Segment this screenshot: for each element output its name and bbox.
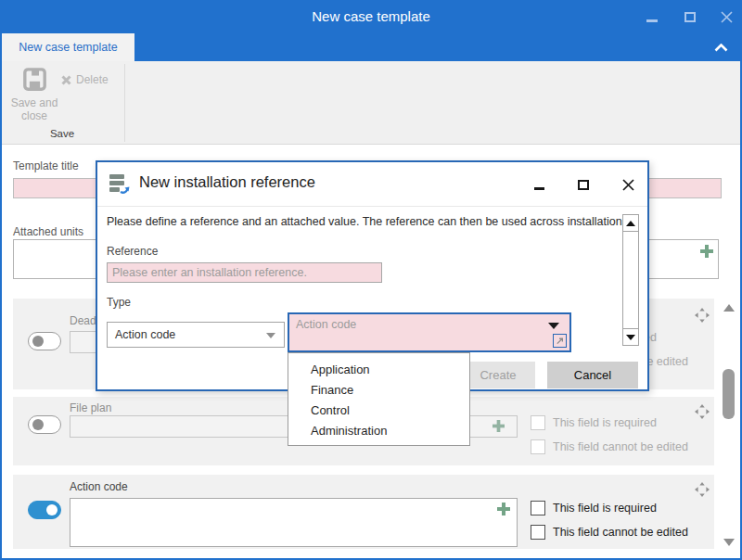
- minimize-button[interactable]: [638, 5, 666, 29]
- delete-x-icon: [61, 75, 71, 85]
- template-title-label: Template title: [13, 159, 79, 172]
- chevron-down-icon: [548, 323, 559, 329]
- reference-input[interactable]: [107, 262, 382, 283]
- move-icon: [695, 482, 710, 497]
- move-icon: [695, 404, 710, 419]
- type-options-popup: Application Finance Control Administrati…: [288, 352, 470, 446]
- scroll-down-icon[interactable]: [723, 539, 735, 546]
- cancel-button-label: Cancel: [574, 368, 611, 382]
- scroll-down-icon: [626, 335, 635, 340]
- ribbon-collapse-button[interactable]: [709, 37, 733, 57]
- attached-units-label: Attached units: [13, 225, 83, 238]
- dialog-title: New installation reference: [139, 173, 315, 191]
- type-category-value: Action code: [115, 323, 175, 347]
- type-label: Type: [107, 296, 131, 309]
- dialog-separator: [97, 206, 647, 207]
- maximize-icon: [684, 12, 696, 22]
- dialog-scroll-down-button[interactable]: [622, 328, 639, 346]
- add-file-plan-button[interactable]: [492, 419, 505, 433]
- toggle-knob: [32, 419, 44, 430]
- tab-new-case-template[interactable]: New case template: [2, 33, 134, 61]
- installation-reference-icon: [108, 172, 130, 198]
- dialog-scrollbar-track[interactable]: [622, 214, 639, 346]
- option-administration[interactable]: Administration: [288, 421, 469, 441]
- scroll-up-icon: [626, 221, 635, 226]
- window-title: New case template: [0, 0, 742, 33]
- dialog-close-button[interactable]: [618, 175, 638, 194]
- titlebar: New case template: [0, 0, 742, 33]
- expand-values-button[interactable]: [553, 334, 567, 348]
- action-code-required-label: This field is required: [553, 501, 657, 515]
- option-finance[interactable]: Finance: [288, 380, 469, 401]
- chevron-down-icon: [266, 333, 275, 338]
- toggle-knob: [46, 504, 58, 515]
- deadline-move-handle[interactable]: [695, 308, 710, 323]
- type-category-select[interactable]: Action code: [107, 322, 285, 348]
- deadline-toggle[interactable]: [28, 332, 61, 350]
- maximize-button[interactable]: [676, 5, 704, 29]
- file-plan-toggle[interactable]: [28, 415, 61, 434]
- maximize-icon: [578, 180, 589, 190]
- type-value-text: Action code: [296, 318, 356, 331]
- tab-strip: New case template: [0, 33, 742, 61]
- action-code-cannot-edit-checkbox[interactable]: [531, 525, 545, 540]
- action-code-row: Action code This field is required This …: [13, 475, 714, 549]
- close-button[interactable]: [712, 5, 740, 29]
- plus-icon: [700, 245, 713, 258]
- move-icon: [695, 308, 710, 323]
- add-action-code-button[interactable]: [496, 502, 510, 515]
- plus-icon: [497, 503, 510, 515]
- app-window: New case template New case template Save…: [0, 0, 742, 560]
- file-plan-cannot-edit-checkbox[interactable]: [531, 439, 545, 454]
- minimize-icon: [646, 19, 658, 22]
- scroll-up-icon[interactable]: [723, 304, 735, 312]
- action-code-move-handle[interactable]: [695, 482, 710, 497]
- tab-label: New case template: [19, 41, 117, 54]
- reference-label: Reference: [107, 245, 158, 258]
- dialog-scroll-up-button[interactable]: [622, 214, 639, 232]
- option-application[interactable]: Application: [288, 360, 469, 380]
- popout-arrow-icon: [556, 337, 564, 345]
- ribbon-separator: [124, 64, 125, 142]
- file-plan-label: File plan: [70, 401, 111, 414]
- save-group-label: Save: [0, 128, 124, 139]
- minimize-icon: [534, 187, 544, 190]
- plus-icon: [493, 420, 505, 432]
- toggle-knob: [32, 336, 44, 347]
- close-icon: [721, 11, 733, 23]
- action-code-required-checkbox[interactable]: [531, 501, 545, 515]
- action-code-label: Action code: [70, 480, 128, 493]
- action-code-input[interactable]: [70, 498, 518, 547]
- close-icon: [622, 179, 634, 191]
- option-control[interactable]: Control: [288, 401, 469, 421]
- create-button[interactable]: Create: [461, 362, 535, 388]
- save-icon: [22, 67, 47, 92]
- cancel-button[interactable]: Cancel: [547, 362, 638, 388]
- scrollbar-thumb[interactable]: [723, 369, 735, 419]
- ribbon: Save and close Delete Save: [0, 61, 742, 145]
- file-plan-cannot-edit-label: This field cannot be edited: [553, 439, 688, 454]
- delete-label: Delete: [76, 73, 109, 86]
- dialog-minimize-button[interactable]: [529, 175, 549, 194]
- save-and-close-label: Save and close: [6, 96, 63, 122]
- create-button-label: Create: [480, 368, 516, 382]
- dialog-description: Please define a reference and an attache…: [107, 215, 631, 228]
- action-code-toggle[interactable]: [28, 501, 61, 519]
- file-plan-required-checkbox[interactable]: [531, 415, 545, 430]
- file-plan-move-handle[interactable]: [695, 404, 710, 419]
- add-attached-unit-button[interactable]: [699, 244, 713, 258]
- action-code-cannot-edit-label: This field cannot be edited: [553, 525, 688, 540]
- chevron-up-icon: [714, 44, 728, 52]
- type-value-combobox[interactable]: Action code: [288, 312, 571, 352]
- file-plan-required-label: This field is required: [553, 415, 657, 430]
- dialog-maximize-button[interactable]: [573, 175, 594, 194]
- delete-button[interactable]: Delete: [61, 70, 109, 89]
